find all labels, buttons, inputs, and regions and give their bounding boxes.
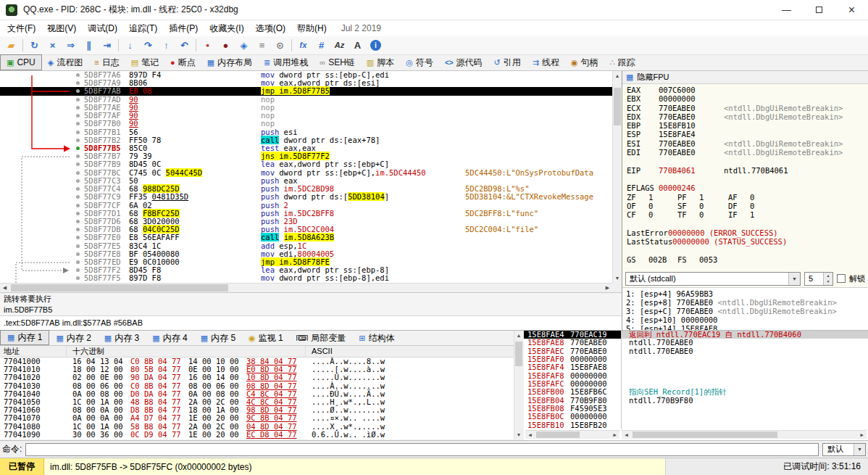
tab-seh[interactable]: ∞SEH链 bbox=[314, 55, 361, 70]
breakpoint-dot[interactable] bbox=[72, 185, 84, 193]
register-row[interactable]: LastStatus00000000 (STATUS_SUCCESS) bbox=[622, 237, 868, 246]
tab-struct[interactable]: ⊞结构体 bbox=[352, 331, 401, 345]
hide-fpu-button[interactable]: 隐藏FPU bbox=[637, 72, 669, 83]
scroll-thumb[interactable] bbox=[614, 88, 621, 125]
tab-call-stack[interactable]: ≣调用堆栈 bbox=[258, 55, 314, 70]
calculator-icon[interactable]: # bbox=[312, 38, 330, 54]
breakpoint-dot[interactable] bbox=[72, 169, 84, 177]
tab-handles[interactable]: ◉句柄 bbox=[565, 55, 604, 70]
menu-item[interactable]: 选项(O) bbox=[250, 20, 291, 36]
unlock-checkbox[interactable] bbox=[837, 274, 846, 283]
scroll-track[interactable] bbox=[514, 340, 523, 430]
breakpoint-dot[interactable] bbox=[72, 177, 84, 185]
calling-convention-select[interactable]: 默认 (stdcall) ▼ bbox=[625, 272, 801, 286]
tab-trace[interactable]: ∴跟踪 bbox=[604, 55, 641, 70]
breakpoint-dot[interactable] bbox=[72, 218, 84, 226]
breakpoint-dot[interactable] bbox=[72, 144, 84, 152]
register-row[interactable]: EDI770EABE0<ntdll.DbgUiRemoteBreakin> bbox=[622, 148, 868, 157]
breakpoint-dot[interactable] bbox=[72, 274, 84, 282]
log-icon[interactable]: ≡ bbox=[253, 38, 271, 54]
menu-item[interactable]: 视图(V) bbox=[41, 20, 82, 36]
tab-locals[interactable]: [x=]局部变量 bbox=[290, 331, 352, 345]
breakpoint-dot[interactable] bbox=[72, 210, 84, 218]
maximize-button[interactable] bbox=[803, 0, 835, 20]
dump-row[interactable]: 7704102002 00 0E 0090 DA 04 7716 00 14 0… bbox=[0, 373, 514, 381]
scroll-thumb[interactable] bbox=[515, 342, 522, 366]
flags-row[interactable]: ZF1PF1AF0 bbox=[622, 193, 868, 202]
argument-count-spinner[interactable]: 5 ▲▼ bbox=[804, 272, 833, 286]
stack-row[interactable]: 15E8FAE8770EABE0ntdll.770EABE0 bbox=[524, 339, 868, 347]
menu-item[interactable]: 收藏夹(I) bbox=[204, 20, 249, 36]
breakpoint-dot[interactable] bbox=[72, 136, 84, 144]
open-file-icon[interactable]: ▰ bbox=[2, 38, 20, 54]
tab-dump-4[interactable]: ▦内存 4 bbox=[146, 331, 193, 345]
breakpoint-dot[interactable] bbox=[72, 104, 84, 112]
scroll-down-arrow[interactable]: ▼ bbox=[514, 430, 523, 439]
scroll-thumb[interactable] bbox=[11, 284, 228, 292]
argument-row[interactable]: 4: [esp+10] 00000000 bbox=[622, 315, 868, 324]
breakpoint-dot[interactable] bbox=[72, 160, 84, 168]
step-into-icon[interactable]: ↓ bbox=[121, 38, 139, 54]
tab-notes[interactable]: ▤笔记 bbox=[125, 55, 164, 70]
tab-script[interactable]: ▥脚本 bbox=[361, 55, 400, 70]
restart-icon[interactable]: ↻ bbox=[25, 38, 43, 54]
chevron-down-icon[interactable]: ▼ bbox=[788, 273, 800, 285]
breakpoint-dot[interactable] bbox=[72, 258, 84, 266]
scroll-left-arrow[interactable]: ◀ bbox=[0, 284, 9, 292]
scroll-thumb[interactable] bbox=[633, 431, 777, 438]
run-to-user-code-icon[interactable]: ⇥ bbox=[98, 38, 116, 54]
flags-row[interactable]: GS002BFS0053 bbox=[622, 255, 868, 264]
pause-icon[interactable]: ∥ bbox=[80, 38, 98, 54]
disasm-row[interactable]: 5D8F77B090nop bbox=[0, 120, 612, 128]
graph-icon[interactable]: ◈ bbox=[235, 38, 253, 54]
breakpoint-dot[interactable] bbox=[72, 120, 84, 128]
spinner-up-icon[interactable]: ▲ bbox=[824, 273, 832, 279]
command-input[interactable] bbox=[25, 443, 819, 456]
scroll-track[interactable] bbox=[9, 284, 603, 292]
step-back-icon[interactable]: ↶ bbox=[175, 38, 193, 54]
stack-comment-hscrollbar[interactable]: ◀ ▶ bbox=[622, 430, 867, 439]
register-row[interactable]: EDX770EABE0<ntdll.DbgUiRemoteBreakin> bbox=[622, 112, 868, 121]
scroll-thumb[interactable] bbox=[536, 431, 580, 438]
spinner-down-icon[interactable]: ▼ bbox=[824, 278, 832, 285]
stack-row[interactable]: 15E8FB0C00000000 bbox=[524, 413, 868, 421]
register-row[interactable]: LastError00000000 (ERROR_SUCCESS) bbox=[622, 228, 868, 237]
scroll-right-arrow[interactable]: ▶ bbox=[857, 431, 867, 439]
scroll-up-arrow[interactable]: ▲ bbox=[613, 71, 622, 80]
stack-row[interactable]: 15E8FB0015E8FB6C指向SEH_Record[1]的指针 bbox=[524, 388, 868, 396]
assemble-icon[interactable]: A bbox=[349, 38, 367, 54]
flags-row[interactable]: OF0SF0DF0 bbox=[622, 202, 868, 210]
register-row[interactable]: EBX00000000 bbox=[622, 94, 868, 103]
scroll-down-arrow[interactable]: ▼ bbox=[613, 273, 622, 283]
tab-log[interactable]: ≡日志 bbox=[88, 55, 125, 70]
scroll-up-arrow[interactable]: ▲ bbox=[514, 331, 523, 340]
breakpoint-dot[interactable] bbox=[72, 96, 84, 104]
argument-row[interactable]: 1: [esp+4] 96A59BB3 bbox=[622, 289, 868, 298]
tab-dump-2[interactable]: ▦内存 2 bbox=[49, 331, 97, 345]
menu-item[interactable]: 文件(F) bbox=[1, 20, 41, 36]
breakpoint-dot[interactable] bbox=[72, 87, 84, 95]
disassembly-hscrollbar[interactable]: ◀ ▶ bbox=[0, 283, 612, 292]
chevron-down-icon[interactable]: ▼ bbox=[854, 444, 865, 455]
menu-item[interactable]: 插件(P) bbox=[163, 20, 204, 36]
settings-icon[interactable]: ⊙ bbox=[271, 38, 289, 54]
spinner-buttons[interactable]: ▲▼ bbox=[823, 273, 832, 285]
tab-dump-3[interactable]: ▦内存 3 bbox=[98, 331, 146, 345]
tab-references[interactable]: ↺引用 bbox=[488, 55, 527, 70]
register-row[interactable]: EAX007C6000 bbox=[622, 86, 868, 94]
scroll-right-arrow[interactable]: ▶ bbox=[610, 431, 619, 439]
register-row[interactable]: EIP770B4061ntdll.770B4061 bbox=[622, 166, 868, 175]
scroll-left-arrow[interactable]: ◀ bbox=[525, 431, 535, 439]
breakpoint-dot[interactable] bbox=[72, 226, 84, 234]
register-row[interactable]: EFLAGS00000246 bbox=[622, 183, 868, 192]
breakpoint-dot[interactable] bbox=[72, 79, 84, 87]
register-row[interactable]: ECX770EABE0<ntdll.DbgUiRemoteBreakin> bbox=[622, 104, 868, 112]
tab-watch-1[interactable]: ◉监视 1 bbox=[242, 331, 290, 345]
tab-breakpoints[interactable]: ●断点 bbox=[164, 55, 201, 70]
stack-hscrollbar[interactable]: ◀ ▶ bbox=[525, 430, 619, 439]
tab-symbols[interactable]: ◎符号 bbox=[400, 55, 439, 70]
register-row[interactable]: EBP15E8FB10 bbox=[622, 121, 868, 130]
tab-threads[interactable]: ⇉线程 bbox=[527, 55, 565, 70]
run-icon[interactable]: ⇒ bbox=[62, 38, 80, 54]
scroll-track[interactable] bbox=[535, 431, 610, 439]
